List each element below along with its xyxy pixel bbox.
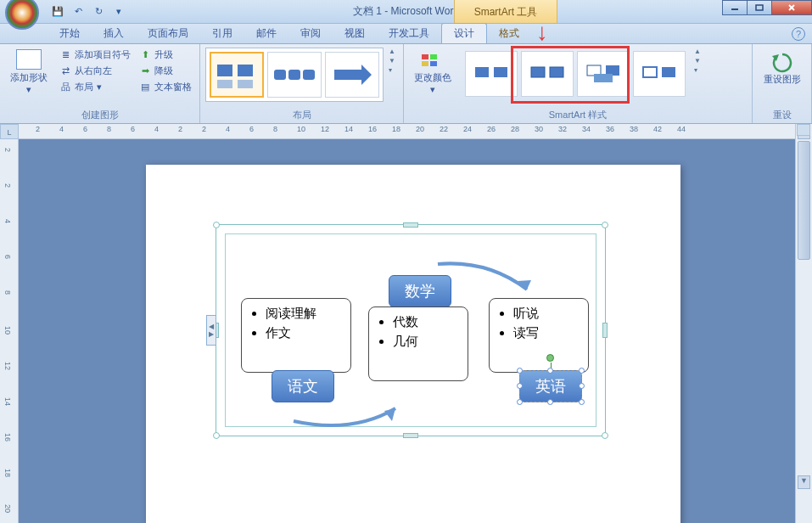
smartart-canvas: 阅读理解 作文 语文 数学 代数 几何 听说 读: [225, 233, 596, 427]
resize-handle[interactable]: [579, 383, 585, 389]
style-option-4[interactable]: [633, 51, 686, 97]
ruler-number: 18: [3, 469, 12, 477]
smartart-node-card[interactable]: 听说 读写: [489, 298, 589, 373]
ruler-number: 4: [3, 219, 12, 223]
svg-rect-8: [274, 70, 286, 80]
tab-mailings[interactable]: 邮件: [244, 24, 288, 43]
layout-option-2[interactable]: [267, 52, 322, 98]
text-pane-button[interactable]: ▤文本窗格: [137, 80, 193, 94]
tab-page-layout[interactable]: 页面布局: [136, 24, 200, 43]
resize-handle[interactable]: [213, 432, 220, 439]
layout-dropdown[interactable]: 品布局 ▾: [58, 80, 132, 94]
layout-gallery-more[interactable]: ▲▼▾: [389, 48, 395, 74]
view-ruler-toggle[interactable]: [797, 124, 810, 136]
tab-developer[interactable]: 开发工具: [377, 24, 441, 43]
ruler-number: 36: [606, 125, 614, 133]
node-bullet: 读写: [513, 325, 576, 341]
close-button[interactable]: [771, 0, 812, 15]
qat-undo[interactable]: ↶: [70, 3, 87, 20]
reset-graphic-label: 重设图形: [764, 73, 801, 86]
ruler-number: 8: [107, 125, 111, 133]
vertical-scrollbar[interactable]: ▲ ▼: [795, 124, 812, 523]
style-option-2[interactable]: [521, 51, 574, 97]
ruler-number: 16: [3, 433, 12, 441]
tab-format[interactable]: 格式: [487, 24, 531, 43]
resize-handle[interactable]: [213, 222, 220, 228]
tab-references[interactable]: 引用: [200, 24, 244, 43]
text-pane-icon: ▤: [139, 82, 151, 93]
minimize-button[interactable]: [722, 0, 748, 15]
ruler-number: 4: [59, 125, 64, 133]
ruler-corner[interactable]: L: [0, 124, 19, 139]
document-area: ◀▶ 阅读理解 作文 语文 数学: [19, 139, 795, 523]
smartart-container[interactable]: ◀▶ 阅读理解 作文 语文 数学: [216, 224, 606, 436]
resize-handle[interactable]: [517, 399, 523, 405]
resize-handle[interactable]: [403, 222, 418, 228]
promote-button[interactable]: ⬆升级: [137, 48, 193, 62]
resize-handle[interactable]: [579, 399, 585, 405]
smartart-node-title[interactable]: 语文: [272, 370, 334, 402]
smartart-node-card[interactable]: 阅读理解 作文: [241, 298, 351, 373]
svg-rect-18: [531, 67, 545, 77]
resize-handle[interactable]: [547, 368, 553, 374]
vertical-ruler[interactable]: 22468101214161820: [0, 139, 19, 523]
tab-insert[interactable]: 插入: [92, 24, 136, 43]
scroll-down-button[interactable]: ▼: [798, 475, 810, 489]
layout-option-1[interactable]: [210, 52, 264, 98]
tab-review[interactable]: 审阅: [288, 24, 333, 43]
change-colors-button[interactable]: 更改颜色 ▾: [409, 48, 456, 97]
ruler-number: 14: [3, 397, 12, 406]
svg-rect-12: [422, 54, 428, 59]
style-option-3[interactable]: [577, 51, 630, 97]
scroll-thumb[interactable]: [798, 141, 810, 260]
qat-save[interactable]: 💾: [49, 3, 66, 20]
layout-option-3[interactable]: [325, 52, 379, 98]
tab-home[interactable]: 开始: [48, 24, 92, 43]
resize-handle[interactable]: [602, 323, 608, 338]
ribbon-group-reset: 重设图形 重设: [753, 44, 812, 123]
resize-handle[interactable]: [579, 368, 585, 374]
node-bullet: 阅读理解: [266, 306, 339, 322]
style-option-1[interactable]: [465, 51, 518, 97]
ruler-number: 10: [297, 125, 305, 133]
reset-graphic-button[interactable]: 重设图形: [760, 48, 804, 89]
node-title-text: 英语: [535, 378, 566, 395]
ruler-number: 14: [344, 125, 353, 133]
add-bullet-button[interactable]: ≣添加项目符号: [58, 48, 132, 62]
ruler-number: 6: [249, 125, 254, 133]
qat-redo[interactable]: ↻: [90, 3, 107, 20]
demote-button[interactable]: ➡降级: [137, 64, 193, 78]
resize-handle[interactable]: [517, 383, 523, 389]
add-shape-button[interactable]: 添加形状 ▾: [5, 48, 53, 97]
ruler-number: 10: [3, 326, 12, 335]
help-button[interactable]: ?: [792, 27, 805, 41]
resize-handle[interactable]: [602, 432, 608, 439]
ruler-number: 2: [202, 125, 206, 133]
ruler-number: 20: [3, 504, 12, 513]
svg-rect-15: [430, 61, 437, 66]
page[interactable]: ◀▶ 阅读理解 作文 语文 数学: [146, 165, 680, 523]
resize-handle[interactable]: [547, 399, 553, 405]
rtl-button[interactable]: ⇄从右向左: [58, 64, 132, 78]
resize-handle[interactable]: [517, 368, 523, 374]
svg-rect-22: [594, 74, 613, 82]
horizontal-ruler[interactable]: 2468642246810121416182022242628303234363…: [19, 124, 795, 139]
smartart-node-card[interactable]: 代数 几何: [368, 306, 468, 381]
maximize-button[interactable]: [747, 0, 772, 15]
smartart-node-title[interactable]: 数学: [389, 275, 451, 307]
tab-view[interactable]: 视图: [333, 24, 377, 43]
layout-gallery: [205, 48, 384, 102]
rotation-handle[interactable]: [546, 354, 554, 362]
node-bullet: 听说: [513, 306, 576, 322]
text-pane-toggle[interactable]: ◀▶: [206, 315, 216, 346]
add-shape-icon: [16, 49, 42, 70]
qat-customize[interactable]: ▾: [110, 3, 127, 20]
rtl-icon: ⇄: [59, 66, 71, 76]
ruler-number: 2: [178, 125, 182, 133]
resize-handle[interactable]: [602, 222, 608, 228]
svg-rect-13: [430, 54, 437, 59]
styles-gallery-more[interactable]: ▲▼▾: [694, 48, 701, 74]
layout-thumb-icon: [272, 58, 317, 92]
tab-design[interactable]: 设计: [441, 23, 487, 43]
smartart-node-title-selected[interactable]: 英语: [519, 370, 582, 402]
